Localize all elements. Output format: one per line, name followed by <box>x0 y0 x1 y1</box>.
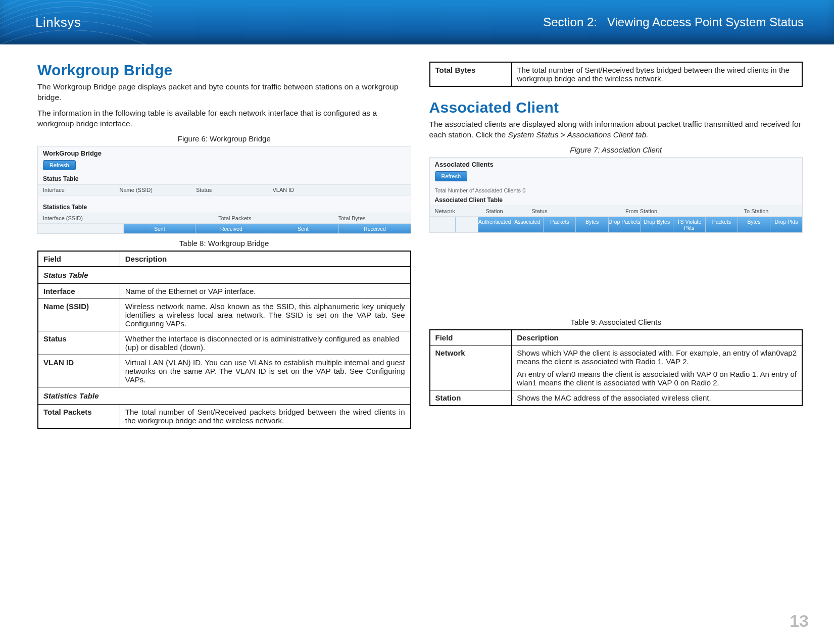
section-status-table: Status Table <box>38 266 411 283</box>
col-name-ssid: Name (SSID) <box>115 185 191 195</box>
col-total-bytes: Total Bytes <box>293 213 411 223</box>
nav-path: System Status > Associations Client tab. <box>508 130 648 139</box>
pill-sent: Sent <box>267 224 339 233</box>
th-description: Description <box>512 330 802 345</box>
field-desc: Wireless network name. Also known as the… <box>120 299 410 331</box>
col-total-packets: Total Packets <box>176 213 293 223</box>
page: Linksys Section 2: Viewing Access Point … <box>0 0 834 644</box>
pill-sent: Sent <box>124 224 195 233</box>
table-row: Status Whether the interface is disconne… <box>38 331 411 355</box>
figure-associated-clients: Associated Clients Refresh Total Number … <box>429 157 803 233</box>
field-desc: Whether the interface is disconnected or… <box>120 331 410 355</box>
page-number: 13 <box>790 611 809 631</box>
desc-para: Shows which VAP the client is associated… <box>517 349 797 366</box>
col-to-station: To Station <box>710 206 802 216</box>
paragraph: The Workgroup Bridge page displays packe… <box>37 82 411 103</box>
heading-associated-client: Associated Client <box>429 99 803 116</box>
field-name: Network <box>430 345 512 390</box>
stats-table-header: Interface (SSID) Total Packets Total Byt… <box>38 213 411 224</box>
pill-received: Received <box>195 224 267 233</box>
field-name: Total Bytes <box>430 62 512 86</box>
pill-received: Received <box>339 224 410 233</box>
field-desc: Shows the MAC address of the associated … <box>512 390 802 406</box>
pill: Drop Pkts <box>770 217 802 232</box>
table-header-row: Field Description <box>430 330 803 345</box>
figure-caption: Figure 7: Association Client <box>429 145 803 154</box>
table-row: Total Packets The total number of Sent/R… <box>38 404 411 428</box>
right-column: Total Bytes The total number of Sent/Rec… <box>429 62 803 429</box>
section-prefix: Section 2: <box>543 15 597 29</box>
assoc-table-header: Network Station Status From Station To S… <box>430 206 803 217</box>
field-name: VLAN ID <box>38 355 120 387</box>
figure-workgroup-bridge: WorkGroup Bridge Refresh Status Table In… <box>37 146 411 234</box>
shot-title: WorkGroup Bridge <box>38 146 411 158</box>
pill: Bytes <box>576 217 608 232</box>
table-section-row: Statistics Table <box>38 387 411 404</box>
total-clients-note: Total Number of Associated Clients 0 <box>430 185 803 195</box>
table-row: Name (SSID) Wireless network name. Also … <box>38 299 411 331</box>
field-name: Status <box>38 331 120 355</box>
col-network: Network <box>430 206 481 216</box>
assoc-subheader: Authenticated Associated Packets Bytes D… <box>430 217 803 232</box>
pill: Drop Packets <box>609 217 641 232</box>
table-caption: Table 8: Workgroup Bridge <box>37 239 411 247</box>
brand-logo: Linksys <box>35 15 81 30</box>
shot-subheading: Statistics Table <box>38 203 411 213</box>
table-row: Station Shows the MAC address of the ass… <box>430 390 803 406</box>
section-title: Section 2: Viewing Access Point System S… <box>543 15 804 29</box>
pill: Packets <box>706 217 738 232</box>
col-interface: Interface <box>38 185 115 195</box>
content-columns: Workgroup Bridge The Workgroup Bridge pa… <box>0 44 834 429</box>
left-column: Workgroup Bridge The Workgroup Bridge pa… <box>37 62 411 429</box>
refresh-button[interactable]: Refresh <box>43 160 76 170</box>
col-status: Status <box>191 185 268 195</box>
col-from-station: From Station <box>572 206 710 216</box>
col-vlan-id: VLAN ID <box>268 185 411 195</box>
th-field: Field <box>38 251 120 267</box>
table-row: VLAN ID Virtual LAN (VLAN) ID. You can u… <box>38 355 411 387</box>
table-associated-clients: Field Description Network Shows which VA… <box>429 329 803 406</box>
pill: Drop Bytes <box>641 217 673 232</box>
table-section-row: Status Table <box>38 266 411 283</box>
refresh-button[interactable]: Refresh <box>435 171 468 181</box>
col-station: Station <box>480 206 526 216</box>
field-desc: The total number of Sent/Received bytes … <box>512 62 802 86</box>
field-desc: Shows which VAP the client is associated… <box>512 345 802 390</box>
table-caption: Table 9: Associated Clients <box>429 318 803 326</box>
table-row: Total Bytes The total number of Sent/Rec… <box>430 62 803 86</box>
th-field: Field <box>430 330 512 345</box>
section-name: Viewing Access Point System Status <box>607 15 804 29</box>
pill: Authenticated <box>478 217 511 232</box>
field-desc: The total number of Sent/Received packet… <box>120 404 410 428</box>
field-name: Total Packets <box>38 404 120 428</box>
field-desc: Name of the Ethernet or VAP interface. <box>120 283 410 299</box>
field-name: Station <box>430 390 512 406</box>
status-table-header: Interface Name (SSID) Status VLAN ID <box>38 184 411 195</box>
field-desc: Virtual LAN (VLAN) ID. You can use VLANs… <box>120 355 410 387</box>
col-interface-ssid: Interface (SSID) <box>38 213 176 223</box>
shot-title: Associated Clients <box>430 158 803 169</box>
th-description: Description <box>120 251 410 267</box>
table-header-row: Field Description <box>38 251 411 267</box>
pill: Packets <box>544 217 576 232</box>
paragraph: The associated clients are displayed alo… <box>429 119 803 140</box>
field-name: Interface <box>38 283 120 299</box>
figure-caption: Figure 6: Workgroup Bridge <box>37 134 411 143</box>
field-name: Name (SSID) <box>38 299 120 331</box>
table-workgroup-bridge: Field Description Status Table Interface… <box>37 251 411 429</box>
pill: TS Violate Pkts <box>673 217 706 232</box>
stats-subheader: Sent Received Sent Received <box>38 224 411 233</box>
heading-workgroup-bridge: Workgroup Bridge <box>37 62 411 79</box>
table-workgroup-bridge-cont: Total Bytes The total number of Sent/Rec… <box>429 62 803 87</box>
pill: Associated <box>511 217 544 232</box>
pill: Bytes <box>738 217 770 232</box>
table-row: Interface Name of the Ethernet or VAP in… <box>38 283 411 299</box>
table-row: Network Shows which VAP the client is as… <box>430 345 803 390</box>
col-status: Status <box>526 206 572 216</box>
section-statistics-table: Statistics Table <box>38 387 411 404</box>
desc-para: An entry of wlan0 means the client is as… <box>517 370 797 387</box>
shot-subheading: Associated Client Table <box>430 195 803 206</box>
paragraph: The information in the following table i… <box>37 108 411 129</box>
shot-subheading: Status Table <box>38 174 411 184</box>
page-header: Linksys Section 2: Viewing Access Point … <box>0 0 834 44</box>
